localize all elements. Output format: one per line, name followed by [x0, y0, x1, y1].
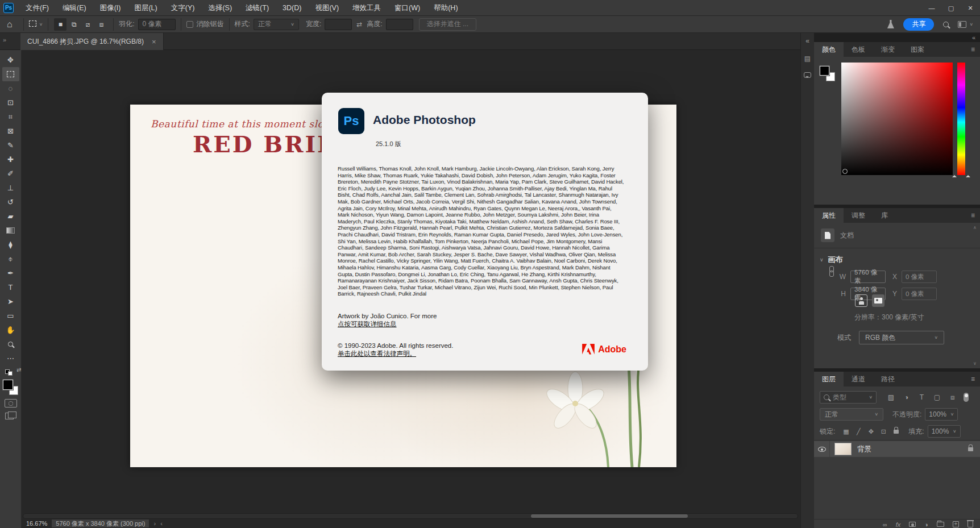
lock-pixels-icon[interactable]: ╱ — [852, 428, 865, 435]
tab-layers[interactable]: 图层 — [814, 372, 844, 386]
canvas-width-field[interactable]: 5760 像素 — [850, 271, 886, 283]
menu-view[interactable]: 视图(V) — [308, 0, 346, 16]
intersect-selection-button[interactable]: ⧈ — [95, 18, 107, 31]
new-layer-icon[interactable] — [953, 521, 959, 527]
menu-plugins[interactable]: 增效工具 — [346, 0, 388, 16]
scroll-up-icon[interactable]: ∧ — [973, 225, 977, 230]
home-icon[interactable]: ⌂ — [7, 19, 13, 30]
tool-lasso[interactable]: ◌ — [2, 81, 19, 95]
chevron-down-icon[interactable]: ∨ — [969, 22, 973, 27]
panel-menu-icon[interactable]: ≡ — [971, 211, 975, 219]
menu-file[interactable]: 文件(F) — [19, 0, 56, 16]
scroll-down-icon[interactable]: ∨ — [973, 361, 977, 366]
saturation-picker[interactable] — [841, 63, 953, 175]
share-button[interactable]: 共享 — [903, 18, 934, 31]
default-colors-icon[interactable]: ⇄ — [5, 368, 16, 376]
color-mode-select[interactable]: RGB 颜色 ∨ — [859, 331, 944, 344]
menu-filter[interactable]: 滤镜(T) — [239, 0, 276, 16]
canvas-section-header[interactable]: ∨ 画布 — [820, 255, 843, 265]
tool-crop[interactable]: ⌗ — [2, 110, 19, 124]
workspace-icon[interactable] — [958, 21, 966, 28]
tool-frame[interactable]: ⊠ — [2, 124, 19, 138]
swap-dimensions-icon[interactable]: ⇄ — [356, 20, 362, 28]
scrollbar-thumb[interactable] — [531, 514, 688, 518]
tab-channels[interactable]: 通道 — [844, 372, 873, 386]
menu-3d[interactable]: 3D(D) — [276, 0, 308, 16]
close-button[interactable]: ✕ — [961, 0, 980, 16]
feather-input[interactable]: 0 像素 — [138, 19, 176, 30]
filter-type-layers-icon[interactable]: T — [914, 393, 929, 401]
add-selection-button[interactable]: ⧉ — [68, 18, 80, 31]
tool-pen[interactable]: ✒ — [2, 266, 19, 280]
swap-colors-icon[interactable]: ⇄ — [16, 367, 21, 373]
opacity-field[interactable]: 100% ∨ — [925, 408, 958, 421]
link-layers-icon[interactable]: ∞ — [883, 521, 887, 528]
fill-field[interactable]: 100% ∨ — [928, 425, 961, 438]
hue-slider-marker[interactable] — [952, 173, 957, 177]
subtract-selection-button[interactable]: ⧄ — [81, 18, 94, 31]
width-input[interactable] — [325, 19, 352, 30]
menu-image[interactable]: 图像(I) — [93, 0, 128, 16]
layer-thumbnail[interactable] — [834, 443, 852, 455]
tab-properties[interactable]: 属性 — [814, 208, 844, 223]
blend-mode-select[interactable]: 正常 ∨ — [820, 408, 883, 421]
lock-transparency-icon[interactable]: ▦ — [840, 428, 852, 435]
filter-pixel-layers-icon[interactable]: ▨ — [883, 393, 899, 401]
tool-eraser[interactable]: ▰ — [2, 209, 19, 223]
panel-menu-icon[interactable]: ≡ — [971, 375, 975, 383]
menu-select[interactable]: 选择(S) — [201, 0, 239, 16]
tool-move[interactable]: ✥ — [2, 53, 19, 67]
menu-help[interactable]: 帮助(H) — [427, 0, 464, 16]
add-mask-icon[interactable] — [909, 522, 916, 527]
tab-color[interactable]: 颜色 — [814, 42, 844, 57]
tool-gradient[interactable] — [2, 223, 19, 238]
tool-zoom[interactable] — [2, 337, 19, 351]
collapse-toolbar-icon[interactable]: » — [3, 36, 6, 43]
legal-notice-link[interactable]: 单击此处以查看法律声明。 — [338, 350, 416, 357]
tab-patterns[interactable]: 图案 — [903, 42, 932, 57]
beta-flask-icon[interactable] — [887, 20, 894, 28]
expand-panels-icon[interactable]: « — [805, 37, 809, 45]
chevron-down-icon[interactable]: ∨ — [39, 22, 43, 27]
comments-panel-icon[interactable] — [804, 72, 811, 78]
status-arrow-icon[interactable]: › — [153, 520, 156, 527]
tab-adjustments[interactable]: 调整 — [844, 208, 873, 223]
color-cursor[interactable] — [842, 169, 848, 174]
height-input[interactable] — [386, 19, 413, 30]
screen-mode-button[interactable] — [5, 411, 16, 419]
tool-clone-stamp[interactable]: ⊥ — [2, 181, 19, 195]
tool-eyedropper[interactable]: ✎ — [2, 138, 19, 152]
new-adjustment-layer-icon[interactable]: ◑ — [924, 521, 928, 528]
filter-shape-layers-icon[interactable]: ▢ — [929, 393, 945, 401]
tool-path-selection[interactable]: ➤ — [2, 294, 19, 309]
tool-rectangle[interactable]: ▭ — [2, 309, 19, 323]
collapse-panels-icon[interactable]: « — [972, 34, 975, 41]
foreground-swatch[interactable] — [820, 66, 829, 76]
tool-brush[interactable]: ✐ — [2, 167, 19, 181]
layer-visibility-cell[interactable] — [814, 441, 830, 457]
canvas-y-field[interactable]: 0 像素 — [902, 288, 937, 300]
background-layer-row[interactable]: 背景 — [814, 441, 980, 457]
lock-position-icon[interactable]: ✥ — [865, 428, 877, 435]
tab-libraries[interactable]: 库 — [873, 208, 896, 223]
panel-color-swatches[interactable] — [820, 66, 835, 81]
menu-edit[interactable]: 编辑(E) — [56, 0, 93, 16]
landscape-orientation-button[interactable] — [872, 294, 885, 307]
menu-type[interactable]: 文字(Y) — [164, 0, 202, 16]
maximize-button[interactable]: ▢ — [941, 0, 961, 16]
new-selection-button[interactable]: ■ — [54, 18, 67, 31]
layer-style-icon[interactable]: fx — [896, 521, 901, 528]
tool-hand[interactable]: ✋ — [2, 323, 19, 337]
hue-slider[interactable] — [957, 63, 965, 175]
search-icon[interactable] — [943, 22, 949, 27]
tab-swatches[interactable]: 色板 — [844, 42, 873, 57]
menu-window[interactable]: 窗口(W) — [388, 0, 427, 16]
select-and-mask-button[interactable]: 选择并遮住 ... — [419, 18, 476, 31]
tab-gradients[interactable]: 渐变 — [873, 42, 903, 57]
hue-slider-marker[interactable] — [966, 173, 970, 177]
tool-dodge[interactable]: ⌽ — [2, 252, 19, 266]
close-tab-icon[interactable]: × — [152, 38, 156, 46]
style-select[interactable]: 正常 ∨ — [254, 19, 299, 30]
document-tab[interactable]: CUI_4866 拷贝.JPG @ 16.7%(RGB/8) × — [20, 33, 164, 50]
foreground-color-swatch[interactable] — [3, 380, 13, 390]
